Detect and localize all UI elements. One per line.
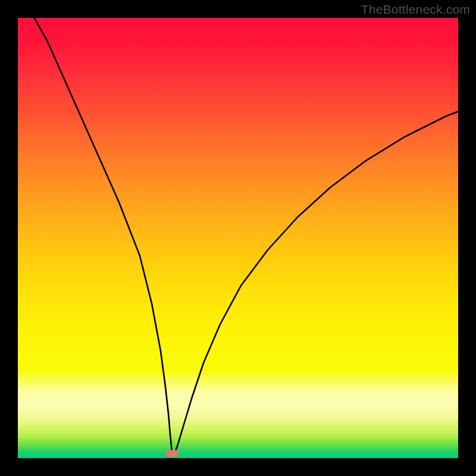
outer-frame: TheBottleneck.com: [0, 0, 476, 476]
plot-area: [18, 18, 458, 458]
optimal-marker: [165, 450, 178, 457]
bottleneck-curve: [18, 18, 458, 458]
watermark-text: TheBottleneck.com: [361, 2, 470, 17]
curve-path: [31, 18, 458, 455]
